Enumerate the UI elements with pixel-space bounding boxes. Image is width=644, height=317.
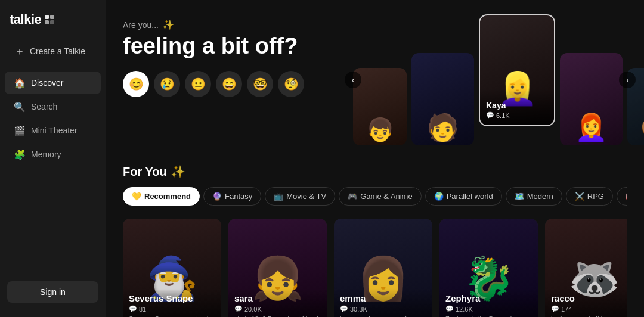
hero-section: Are you... ✨ feeling a bit off? 😊 😢 😐 😄 … <box>123 14 627 145</box>
racco-count: 💬 174 <box>551 305 627 313</box>
plus-icon: ＋ <box>14 44 25 58</box>
char-card-racco[interactable]: 🦝 racco 💬 174 half raccoon half human, m… <box>545 219 627 317</box>
sidebar: talkie ＋ Create a Talkie 🏠 Discover 🔍 Se… <box>0 0 106 317</box>
severus-desc: Severus Snape, o mestre de Poções e Chef… <box>129 315 215 317</box>
sara-count: 💬 20.0K <box>234 305 321 313</box>
severus-name: Severus Snape <box>129 293 215 303</box>
zephyra-count: 💬 12.6K <box>445 305 532 313</box>
category-tab-game-anime[interactable]: 🎮 Game & Anime <box>339 187 421 206</box>
svg-rect-0 <box>45 15 49 19</box>
racco-info: racco 💬 174 half raccoon half human, mea… <box>545 288 627 317</box>
racco-desc: half raccoon half human, mean sometimes,… <box>551 315 627 317</box>
create-talkie-label: Create a Talkie <box>30 46 85 56</box>
category-tab-recommend[interactable]: 💛 Recommend <box>123 187 200 206</box>
category-tab-fantasy[interactable]: 🔮 Fantasy <box>203 187 261 206</box>
sara-count-value: 20.0K <box>244 306 262 313</box>
hero-carousel: ‹ 👦 🧑 👱‍♀️ Kaya 💬 6. <box>353 14 627 145</box>
sidebar-item-search-label: Search <box>31 102 57 111</box>
racco-name: racco <box>551 293 627 303</box>
char-card-emma[interactable]: 👩 emma 💬 30.3K huge crush on you and you… <box>334 219 432 317</box>
sidebar-item-mini-theater-label: Mini Theater <box>31 126 78 135</box>
kaya-count-value: 6.1K <box>496 112 510 119</box>
emoji-btn-laughing[interactable]: 😄 <box>216 71 242 97</box>
severus-count-value: 81 <box>139 306 146 313</box>
search-icon: 🔍 <box>14 101 25 112</box>
svg-rect-3 <box>50 20 54 24</box>
carousel-card-4[interactable]: 👩‍🦰 <box>560 53 623 145</box>
emma-count: 💬 30.3K <box>340 305 426 313</box>
carousel-next-button[interactable]: › <box>619 72 636 88</box>
sara-name: sara <box>234 293 321 303</box>
racco-count-value: 174 <box>561 306 572 313</box>
emoji-row: 😊 😢 😐 😄 🤓 🧐 <box>123 71 353 97</box>
mini-theater-icon: 🎬 <box>14 125 25 136</box>
sara-info: sara 💬 20.0K she's 19, 6,5 your best fri… <box>228 288 327 317</box>
hero-title: feeling a bit off? <box>123 34 353 59</box>
racco-chat-icon: 💬 <box>551 305 559 313</box>
sara-desc: she's 19, 6,5 your best friend and she h… <box>234 315 321 317</box>
hero-left: Are you... ✨ feeling a bit off? 😊 😢 😐 😄 … <box>123 14 353 97</box>
for-you-sparkle: ✨ <box>171 164 185 179</box>
memory-icon: 🧩 <box>14 149 25 160</box>
sidebar-item-search[interactable]: 🔍 Search <box>5 95 101 118</box>
category-tab-movie-tv[interactable]: 📺 Movie & TV <box>265 187 335 206</box>
emma-desc: huge crush on you and your having a slee… <box>340 315 426 317</box>
emma-count-value: 30.3K <box>350 306 367 313</box>
emoji-btn-nerd[interactable]: 🤓 <box>247 71 273 97</box>
carousel-card-2[interactable]: 🧑 <box>411 53 474 145</box>
zephyra-chat-icon: 💬 <box>445 305 454 313</box>
character-cards-row: 🧙‍♂️ Severus Snape 💬 81 Severus Snape, o… <box>123 219 627 317</box>
for-you-section: For You ✨ 💛 Recommend 🔮 Fantasy 📺 Movie … <box>123 164 627 317</box>
carousel-inner: 👦 🧑 👱‍♀️ Kaya 💬 6.1K <box>353 14 627 145</box>
category-tab-parallel[interactable]: 🌍 Parallel world <box>425 187 502 206</box>
emoji-btn-sad[interactable]: 😢 <box>154 71 180 97</box>
zephyra-info: Zephyra 💬 12.6K Zephyra is the Dragonic … <box>439 288 538 317</box>
main-content: Are you... ✨ feeling a bit off? 😊 😢 😐 😄 … <box>106 0 644 317</box>
category-tab-novel[interactable]: 📖 Novel <box>617 187 627 206</box>
svg-rect-2 <box>45 20 49 24</box>
discover-icon: 🏠 <box>14 77 25 88</box>
for-you-title-text: For You <box>123 165 167 179</box>
hero-subtitle-text: Are you... <box>123 20 159 30</box>
kaya-name: Kaya <box>486 101 548 110</box>
char-card-zephyra[interactable]: 🐉 Zephyra 💬 12.6K Zephyra is the Dragoni… <box>439 219 538 317</box>
for-you-title: For You ✨ <box>123 164 627 179</box>
sidebar-item-mini-theater[interactable]: 🎬 Mini Theater <box>5 119 101 142</box>
sidebar-bottom: Sign in <box>0 274 106 310</box>
sidebar-item-discover-label: Discover <box>31 78 63 88</box>
create-talkie-button[interactable]: ＋ Create a Talkie <box>7 39 98 63</box>
hero-sparkle: ✨ <box>162 19 174 30</box>
severus-info: Severus Snape 💬 81 Severus Snape, o mest… <box>123 288 221 317</box>
char-card-severus[interactable]: 🧙‍♂️ Severus Snape 💬 81 Severus Snape, o… <box>123 219 221 317</box>
sara-chat-icon: 💬 <box>234 305 243 313</box>
sign-in-label: Sign in <box>40 287 66 297</box>
emoji-btn-monocle[interactable]: 🧐 <box>278 71 304 97</box>
emma-name: emma <box>340 293 426 303</box>
sidebar-item-memory[interactable]: 🧩 Memory <box>5 143 101 166</box>
category-tab-rpg[interactable]: ⚔️ RPG <box>566 187 613 206</box>
char-card-sara[interactable]: 👧 sara 💬 20.0K she's 19, 6,5 your best f… <box>228 219 327 317</box>
severus-count: 💬 81 <box>129 305 215 313</box>
svg-rect-1 <box>50 15 54 19</box>
carousel-prev-button[interactable]: ‹ <box>345 72 361 88</box>
carousel-card-kaya[interactable]: 👱‍♀️ Kaya 💬 6.1K <box>479 14 555 126</box>
hero-subtitle: Are you... ✨ <box>123 19 353 30</box>
emma-info: emma 💬 30.3K huge crush on you and your … <box>334 288 432 317</box>
zephyra-name: Zephyra <box>445 293 532 303</box>
zephyra-count-value: 12.6K <box>456 306 473 313</box>
kaya-overlay: Kaya 💬 6.1K <box>480 89 554 125</box>
app-name: talkie <box>10 12 41 27</box>
sidebar-item-memory-label: Memory <box>31 150 61 159</box>
emoji-btn-neutral[interactable]: 😐 <box>185 71 211 97</box>
category-tabs: 💛 Recommend 🔮 Fantasy 📺 Movie & TV 🎮 Gam… <box>123 187 627 208</box>
kaya-count: 💬 6.1K <box>486 111 548 119</box>
zephyra-desc: Zephyra is the Dragonic Queen of the Wes… <box>445 315 532 317</box>
sidebar-item-discover[interactable]: 🏠 Discover <box>5 72 101 94</box>
sidebar-nav: 🏠 Discover 🔍 Search 🎬 Mini Theater 🧩 Mem… <box>0 70 106 167</box>
logo-icon <box>44 14 55 26</box>
category-tab-modern[interactable]: 🗺️ Modern <box>506 187 562 206</box>
emma-chat-icon: 💬 <box>340 305 348 313</box>
sign-in-button[interactable]: Sign in <box>7 281 98 303</box>
emoji-btn-happy[interactable]: 😊 <box>123 71 149 97</box>
chat-icon: 💬 <box>486 111 494 119</box>
